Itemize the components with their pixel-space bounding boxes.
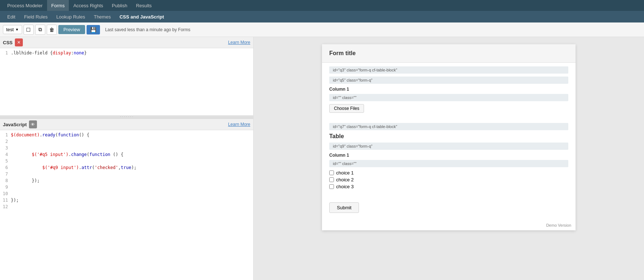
checkbox-item-3[interactable]: choice 3 xyxy=(329,184,568,189)
copy-icon-btn[interactable]: ⧉ xyxy=(35,25,45,35)
table-title: Table xyxy=(329,133,568,140)
checkbox-item-2[interactable]: choice 2 xyxy=(329,177,568,182)
js-lc-7 xyxy=(11,171,13,177)
nav-publish[interactable]: Publish xyxy=(108,0,132,11)
js-line-1: 1 $(document).ready(function() { xyxy=(1,132,252,138)
js-ln-9: 9 xyxy=(1,184,8,190)
js-ln-4: 4 xyxy=(1,151,8,158)
js-ln-2: 2 xyxy=(1,138,8,145)
js-ln-11: 11 xyxy=(1,197,8,203)
js-learn-more[interactable]: Learn More xyxy=(228,122,250,127)
js-line-11: 11 }); xyxy=(1,197,252,203)
main-layout: CSS ✕ Learn More 1 .lblhide-field {displ… xyxy=(0,37,644,280)
toolbar-lookup-rules[interactable]: Lookup Rules xyxy=(52,11,89,22)
js-lc-12 xyxy=(11,203,13,210)
css-line-1: 1 .lblhide-field {display:none} xyxy=(1,50,252,56)
save-status: Last saved less than a minute ago by For… xyxy=(105,27,190,32)
form-q5-block: id="q5" class="form-q" Column 1 id="" cl… xyxy=(329,77,568,116)
css-resize-handle[interactable]: · · · · · · · xyxy=(0,115,253,118)
js-line-3: 3 xyxy=(1,145,252,151)
nav-results[interactable]: Results xyxy=(131,0,156,11)
js-lc-6: $('#q9 input').attr('checked',true); xyxy=(11,164,137,171)
checkbox-label-1: choice 1 xyxy=(336,170,354,176)
submit-button[interactable]: Submit xyxy=(329,202,359,213)
css-editor[interactable]: 1 .lblhide-field {display:none} xyxy=(0,48,253,115)
dropdown-chevron-icon: ▼ xyxy=(15,28,19,32)
js-lc-5 xyxy=(11,158,13,164)
choose-files-button[interactable]: Choose Files xyxy=(329,104,364,113)
js-lc-8: }); xyxy=(11,177,39,184)
nav-forms[interactable]: Forms xyxy=(47,0,69,11)
js-editor[interactable]: 1 $(document).ready(function() { 2 3 4 $… xyxy=(0,130,253,280)
preview-button[interactable]: Preview xyxy=(58,25,85,34)
js-line-4: 4 $('#q5 input').change(function () { xyxy=(1,151,252,158)
js-ln-1: 1 xyxy=(1,132,8,138)
checkbox-item-1[interactable]: choice 1 xyxy=(329,170,568,176)
nav-access-rights[interactable]: Access Rights xyxy=(69,0,107,11)
css-line-content-1: .lblhide-field {display:none} xyxy=(11,50,87,56)
right-panel: Form title id="q3" class="form-q cf-tabl… xyxy=(254,37,644,280)
toolbar-themes[interactable]: Themes xyxy=(89,11,115,22)
checkbox-1[interactable] xyxy=(329,170,334,175)
js-ln-10: 10 xyxy=(1,190,8,197)
css-header-left: CSS ✕ xyxy=(3,38,23,46)
js-ln-3: 3 xyxy=(1,145,8,151)
checkbox-label-3: choice 3 xyxy=(336,184,354,189)
checkbox-label-2: choice 2 xyxy=(336,177,354,182)
js-ln-5: 5 xyxy=(1,158,8,164)
toolbar-css-js[interactable]: CSS and JavaScript xyxy=(115,11,168,22)
q7-id-bar: id="q7" class="form-q cf-table-block" xyxy=(329,123,568,130)
inner-id-bar-2: id="" class="" xyxy=(329,160,568,167)
css-red-button[interactable]: ✕ xyxy=(15,38,23,46)
js-header: JavaScript 👁 Learn More xyxy=(0,119,253,130)
demo-version: Demo Version xyxy=(322,220,576,230)
js-line-12: 12 xyxy=(1,203,252,210)
top-nav: Process Modeler Forms Access Rights Publ… xyxy=(0,0,644,11)
js-section: JavaScript 👁 Learn More 1 $(document).re… xyxy=(0,119,253,280)
js-lc-11: }); xyxy=(11,197,19,203)
js-label: JavaScript xyxy=(3,122,27,127)
action-toolbar: test ▼ ☐ ⧉ 🗑 Preview 💾 Last saved less t… xyxy=(0,22,644,37)
js-lc-2 xyxy=(11,138,13,145)
nav-process-modeler[interactable]: Process Modeler xyxy=(3,0,47,11)
toolbar-edit[interactable]: Edit xyxy=(3,11,20,22)
toolbar-field-rules[interactable]: Field Rules xyxy=(20,11,52,22)
q5-id-bar: id="q5" class="form-q" xyxy=(329,77,568,84)
test-label: test xyxy=(6,27,14,32)
css-learn-more[interactable]: Learn More xyxy=(228,40,250,45)
css-red-icon: ✕ xyxy=(17,40,21,45)
css-header: CSS ✕ Learn More xyxy=(0,37,253,48)
js-line-2: 2 xyxy=(1,138,252,145)
q9-id-bar: id="q9" class="form-q" xyxy=(329,143,568,150)
page-icon-btn[interactable]: ☐ xyxy=(24,25,34,35)
css-line-num-1: 1 xyxy=(1,50,8,56)
js-ln-6: 6 xyxy=(1,164,8,171)
js-line-6: 6 $('#q9 input').attr('checked',true); xyxy=(1,164,252,171)
form-q3-section: id="q3" class="form-q cf-table-block" id… xyxy=(322,63,576,119)
second-toolbar: Edit Field Rules Lookup Rules Themes CSS… xyxy=(0,11,644,22)
inner-id-bar-1: id="" class="" xyxy=(329,94,568,101)
form-q7-section: id="q7" class="form-q cf-table-block" Ta… xyxy=(322,119,576,193)
js-lc-10 xyxy=(11,190,13,197)
js-lc-4: $('#q5 input').change(function () { xyxy=(11,151,124,158)
js-line-8: 8 }); xyxy=(1,177,252,184)
column1-label: Column 1 xyxy=(329,87,568,92)
js-line-7: 7 xyxy=(1,171,252,177)
save-button[interactable]: 💾 xyxy=(87,25,100,34)
delete-icon-btn[interactable]: 🗑 xyxy=(47,25,57,35)
form-preview: Form title id="q3" class="form-q cf-tabl… xyxy=(322,44,576,230)
js-lc-3 xyxy=(11,145,13,151)
checkbox-group: choice 1 choice 2 choice 3 xyxy=(329,170,568,189)
js-ln-12: 12 xyxy=(1,203,8,210)
js-eye-button[interactable]: 👁 xyxy=(29,120,37,128)
eye-icon: 👁 xyxy=(31,122,35,127)
css-section: CSS ✕ Learn More 1 .lblhide-field {displ… xyxy=(0,37,253,119)
js-lc-9 xyxy=(11,184,13,190)
js-line-10: 10 xyxy=(1,190,252,197)
q3-id-bar: id="q3" class="form-q cf-table-block" xyxy=(329,66,568,74)
checkbox-2[interactable] xyxy=(329,177,334,182)
css-label: CSS xyxy=(3,40,13,45)
form-title: Form title xyxy=(322,44,576,63)
test-dropdown[interactable]: test ▼ xyxy=(3,25,22,34)
checkbox-3[interactable] xyxy=(329,184,334,189)
